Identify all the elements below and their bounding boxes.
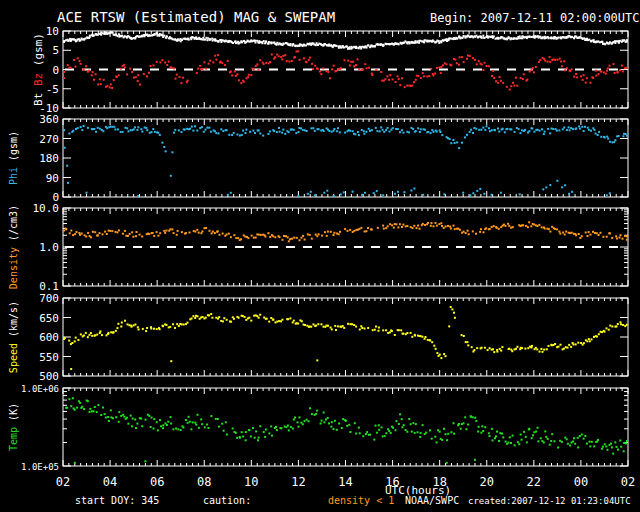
y-tick-label: 650 <box>39 312 59 325</box>
y-axis-label-phi: Phi (gsm) <box>8 131 19 185</box>
footer-caution-value: density < 1 <box>328 495 394 506</box>
y-tick-label: 1.0E+06 <box>21 384 59 394</box>
x-tick-label: 02 <box>56 475 70 489</box>
x-tick-label: 00 <box>574 475 588 489</box>
footer-created-timestamp: created:2007-12-12 01:23:04UTC <box>468 496 631 506</box>
y-axis-label-speed: Speed (km/s) <box>8 301 19 373</box>
footer-start-doy: start DOY: 345 <box>75 495 159 506</box>
panel-bt-bz: 1050-5-10Bt Bz (gsm) <box>32 25 628 115</box>
x-tick-label: 02 <box>621 475 635 489</box>
y-tick-label: 500 <box>39 370 59 383</box>
footer-caution-label: caution: <box>203 495 251 506</box>
panel-temp: 1.0E+061.0E+05Temp (K) <box>8 384 628 472</box>
y-axis-label-bt-bz: Bt Bz (gsm) <box>32 33 45 106</box>
x-tick-label: 12 <box>291 475 305 489</box>
x-tick-label: 06 <box>150 475 164 489</box>
x-tick-label: 20 <box>480 475 494 489</box>
y-tick-label: 90 <box>46 172 59 185</box>
x-tick-label: 04 <box>103 475 117 489</box>
footer-agency: NOAA/SWPC <box>405 495 459 506</box>
y-tick-label: 360 <box>39 113 59 126</box>
ace-rtsw-swepam-plot: ACE RTSW (Estimated) MAG & SWEPAM Begin:… <box>0 0 640 512</box>
y-tick-label: 180 <box>39 152 59 165</box>
series-phi <box>63 125 628 184</box>
y-tick-label: 10 <box>46 25 59 38</box>
y-tick-label: -5 <box>46 83 59 96</box>
panel-density: 10.01.00.1Density (/cm3) <box>8 202 628 293</box>
panel-speed: 700650600550500Speed (km/s) <box>8 292 628 383</box>
y-tick-label: 600 <box>39 331 59 344</box>
series-temp <box>65 397 628 464</box>
y-axis-label-density: Density (/cm3) <box>8 205 19 289</box>
y-tick-label: 1.0E+05 <box>21 462 59 472</box>
y-tick-label: 1.0 <box>39 241 59 254</box>
y-tick-label: 270 <box>39 133 59 146</box>
x-tick-label: 22 <box>527 475 541 489</box>
y-axis-label-temp: Temp (K) <box>8 403 19 451</box>
series-density <box>63 221 628 242</box>
y-tick-label: 5 <box>52 44 59 57</box>
panel-phi: 360270180900Phi (gsm) <box>8 113 628 204</box>
x-axis-tick-labels: 02040608101214161820220002 <box>56 475 635 489</box>
y-tick-label: 550 <box>39 351 59 364</box>
y-tick-label: 700 <box>39 292 59 305</box>
y-tick-label: 10.0 <box>33 202 60 215</box>
y-tick-label: 0 <box>52 64 59 77</box>
x-tick-label: 10 <box>244 475 258 489</box>
series-speed <box>63 306 628 370</box>
x-tick-label: 08 <box>197 475 211 489</box>
extra-points-phi <box>86 180 611 197</box>
chart-canvas: 1050-5-10Bt Bz (gsm)360270180900Phi (gsm… <box>0 0 640 512</box>
x-tick-label: 14 <box>338 475 352 489</box>
